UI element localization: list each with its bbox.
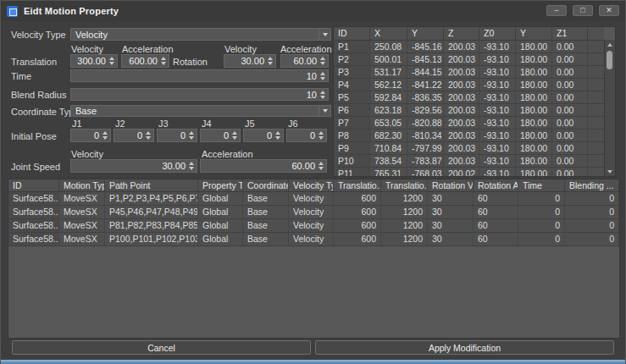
joint-speed-acceleration-spinner[interactable]: 60.00: [200, 159, 327, 173]
table-row[interactable]: P5592.84-836.35200.03-93.10180.000.00: [334, 91, 604, 104]
column-header[interactable]: ID: [334, 27, 370, 40]
table-cell: -93.10: [479, 91, 516, 103]
spinner-arrows-icon[interactable]: [319, 57, 328, 65]
translation-acceleration-spinner[interactable]: 600.00: [121, 54, 169, 68]
spinner-arrows-icon[interactable]: [160, 57, 169, 65]
column-header[interactable]: Translatio...: [334, 179, 381, 191]
table-cell: P11: [334, 168, 370, 177]
spinner-arrows-icon[interactable]: [318, 162, 326, 170]
table-row[interactable]: P8682.30-810.34200.03-93.10180.000.00: [334, 130, 604, 142]
table-cell: -768.03: [407, 168, 444, 177]
spinner-arrows-icon[interactable]: [145, 131, 153, 140]
table-row[interactable]: P6623.18-829.56200.03-93.10180.000.00: [334, 104, 604, 117]
cancel-button[interactable]: Cancel: [12, 340, 311, 355]
table-cell: Global: [198, 219, 243, 232]
joint-j1-spinner[interactable]: 0: [70, 129, 111, 142]
table-row[interactable]: P9710.84-797.99200.03-93.10180.000.00: [334, 142, 604, 155]
spinner-arrows-icon[interactable]: [188, 162, 197, 170]
scroll-down-icon[interactable]: [605, 167, 615, 176]
column-header[interactable]: Z0: [479, 27, 516, 40]
table-row[interactable]: P7653.05-820.88200.03-93.10180.000.00: [334, 117, 604, 130]
joint-j2-spinner[interactable]: 0: [114, 129, 154, 142]
joint-j6-spinner[interactable]: 0: [286, 129, 327, 142]
joint-j5-spinner[interactable]: 0: [243, 129, 284, 142]
column-header[interactable]: Rotation A...: [474, 179, 518, 191]
column-header[interactable]: Coordinate...: [243, 179, 289, 191]
spinner-arrows-icon[interactable]: [274, 131, 283, 140]
minimize-button[interactable]: –: [546, 5, 567, 16]
table-cell: 180.00: [516, 91, 552, 103]
spinner-arrows-icon[interactable]: [319, 72, 328, 80]
close-button[interactable]: ✕: [599, 5, 619, 16]
table-cell: 600: [334, 206, 381, 218]
column-header[interactable]: Z1: [552, 27, 588, 40]
column-header[interactable]: Velocity Ty...: [289, 179, 334, 191]
app-icon: [7, 6, 18, 17]
joint-j3-spinner[interactable]: 0: [157, 129, 197, 142]
column-header[interactable]: X: [370, 27, 407, 40]
column-header[interactable]: Path Point: [105, 179, 198, 191]
rotation-velocity-spinner[interactable]: 30.00: [224, 54, 276, 68]
table-cell: 180.00: [516, 155, 552, 167]
rotation-acceleration-spinner[interactable]: 60.00: [280, 54, 329, 68]
column-header[interactable]: Time: [518, 179, 565, 191]
spinner-arrows-icon[interactable]: [188, 131, 197, 140]
table-cell: -836.35: [407, 91, 444, 103]
table-cell: 682.30: [370, 130, 407, 141]
apply-modification-button[interactable]: Apply Modification: [315, 340, 614, 355]
joint-j3-label: J3: [158, 119, 169, 129]
joint-j4-spinner[interactable]: 0: [200, 129, 241, 142]
spinner-arrows-icon[interactable]: [267, 57, 275, 65]
blend-radius-spinner[interactable]: 10: [70, 88, 329, 101]
time-spinner[interactable]: 10: [70, 69, 329, 82]
table-row[interactable]: Surface58...MoveSXP100,P101,P102,P103,..…: [8, 233, 619, 246]
column-header[interactable]: ID: [8, 179, 59, 191]
table-cell: P45,P46,P47,P48,P49,P...: [105, 206, 198, 218]
table-row[interactable]: Surface58...MoveSXP81,P82,P83,P84,P85,P.…: [8, 219, 619, 233]
joint-j3-value: 0: [158, 130, 188, 141]
table-cell: 592.84: [370, 91, 407, 103]
table-row[interactable]: P2500.01-845.13200.03-93.10180.000.00: [334, 53, 604, 66]
spinner-arrows-icon[interactable]: [102, 131, 110, 140]
title-bar[interactable]: Eidt Motion Property – □ ✕: [1, 1, 625, 21]
table-row[interactable]: P4562.12-841.22200.03-93.10180.000.00: [334, 79, 604, 91]
table-cell: -93.10: [479, 130, 516, 141]
column-header[interactable]: Property T...: [198, 179, 243, 191]
table-cell: MoveSX: [59, 206, 105, 218]
vertical-scrollbar[interactable]: [604, 40, 615, 176]
table-cell: -845.13: [407, 53, 444, 65]
table-cell: -93.10: [479, 168, 516, 177]
velocity-type-select[interactable]: Velocity: [70, 28, 331, 41]
rotation-velocity-value: 30.00: [224, 56, 267, 66]
scroll-up-icon[interactable]: [605, 40, 615, 49]
table-cell: 200.03: [444, 53, 479, 65]
column-header[interactable]: Motion Type: [59, 179, 105, 191]
spinner-arrows-icon[interactable]: [108, 57, 117, 65]
maximize-button[interactable]: □: [573, 5, 593, 16]
scrollbar-thumb[interactable]: [607, 51, 612, 69]
spinner-arrows-icon[interactable]: [318, 131, 326, 140]
translation-velocity-spinner[interactable]: 300.00: [70, 54, 118, 68]
table-cell: 0: [518, 206, 565, 218]
table-row[interactable]: P10738.54-783.87200.03-93.10180.000.00: [334, 155, 604, 168]
coordinate-type-value: Base: [71, 106, 319, 116]
table-row[interactable]: P11765.31-768.03200.02-93.10180.000.00: [334, 168, 604, 177]
blend-radius-label: Blend Radius: [11, 90, 66, 100]
table-cell: 0: [565, 206, 619, 218]
column-header[interactable]: Blending ...: [565, 179, 619, 191]
table-row[interactable]: Surface58...MoveSXP45,P46,P47,P48,P49,P.…: [8, 206, 619, 219]
table-row[interactable]: P1250.08-845.16200.03-93.10180.000.00: [334, 41, 604, 53]
column-header[interactable]: Y: [407, 27, 444, 40]
column-header[interactable]: Z: [444, 27, 479, 40]
column-header[interactable]: Rotation V...: [428, 179, 474, 191]
table-cell: MoveSX: [59, 192, 105, 205]
spinner-arrows-icon[interactable]: [319, 91, 328, 99]
table-cell: MoveSX: [59, 233, 105, 245]
table-row[interactable]: Surface58...MoveSXP1,P2,P3,P4,P5,P6,P7,P…: [8, 192, 619, 206]
column-header[interactable]: Y: [516, 27, 552, 40]
column-header[interactable]: Translatio...: [381, 179, 428, 191]
coordinate-type-select[interactable]: Base: [70, 105, 331, 117]
joint-speed-velocity-spinner[interactable]: 30.00: [70, 159, 197, 173]
table-row[interactable]: P3531.17-844.15200.03-93.10180.000.00: [334, 66, 604, 79]
spinner-arrows-icon[interactable]: [231, 131, 240, 140]
